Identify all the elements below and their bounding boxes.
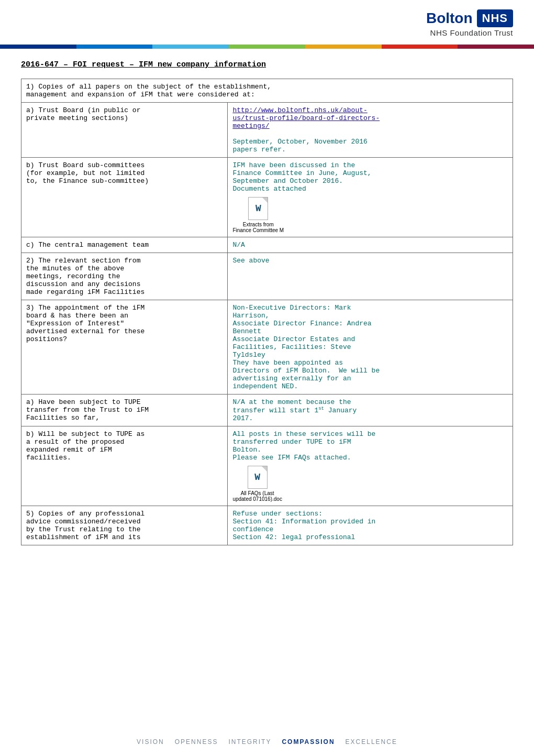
table-cell-question: b) Will be subject to TUPE asa result of… [21,426,228,506]
table-row: 1) Copies of all papers on the subject o… [21,79,513,103]
bar-segment-1 [0,45,76,49]
nhs-subtitle: NHS Foundation Trust [430,28,513,37]
word-doc-icon: W [248,197,268,220]
tupe-transfer-answer: N/A at the moment because thetransfer wi… [232,398,357,422]
bar-segment-6 [382,45,458,49]
table-row: 2) The relevant section fromthe minutes … [21,253,513,300]
table-cell-answer: IFM have been discussed in theFinance Co… [228,158,513,237]
board-meetings-text: September, October, November 2016papers … [232,138,367,154]
table-cell-answer: http://www.boltonft.nhs.uk/about-us/trus… [228,103,513,158]
footer-integrity: INTEGRITY [228,738,271,746]
bar-segment-7 [458,45,534,49]
table-row: b) Will be subject to TUPE asa result of… [21,426,513,506]
table-cell-answer: See above [228,253,513,300]
minutes-answer: See above [232,257,269,265]
table-cell-question: 2) The relevant section fromthe minutes … [21,253,228,300]
table-cell-question: b) Trust Board sub-committees(for exampl… [21,158,228,237]
foi-table: 1) Copies of all papers on the subject o… [21,79,513,545]
table-row: b) Trust Board sub-committees(for exampl… [21,158,513,237]
finance-committee-text: IFM have been discussed in theFinance Co… [232,161,371,193]
table-cell-question: 3) The appointment of the iFMboard & has… [21,300,228,395]
finance-committee-doc[interactable]: W Extracts fromFinance Committee M [232,197,284,233]
page-title: 2016-647 – FOI request – IFM new company… [21,60,513,69]
table-cell-question: c) The central management team [21,237,228,253]
table-row: 3) The appointment of the iFMboard & has… [21,300,513,395]
header: Bolton NHS NHS Foundation Trust [0,0,534,37]
table-cell-header: 1) Copies of all papers on the subject o… [21,79,513,103]
table-row: a) Trust Board (in public orprivate meet… [21,103,513,158]
appointment-answer: Non-Executive Directors: Mark Harrison, … [232,304,380,390]
tupe-subject-answer: All posts in these services will betrans… [232,430,375,462]
nhs-badge: NHS [477,9,513,27]
color-bar [0,45,534,49]
table-row: c) The central management team N/A [21,237,513,253]
table-cell-answer: Refuse under sections:Section 41: Inform… [228,506,513,545]
footer-excellence: EXCELLENCE [346,738,397,746]
table-cell-answer: All posts in these services will betrans… [228,426,513,506]
bar-segment-4 [229,45,305,49]
bar-segment-2 [76,45,153,49]
word-doc-icon-2: W [248,466,268,489]
faqs-doc[interactable]: W All FAQs (Lastupdated 071016).doc [232,466,282,502]
table-cell-question: a) Trust Board (in public orprivate meet… [21,103,228,158]
footer-openness: OPENNESS [175,738,218,746]
doc-icon-label: Extracts fromFinance Committee M [232,222,284,233]
faqs-doc-label: All FAQs (Lastupdated 071016).doc [232,490,282,502]
footer-compassion: COMPASSION [282,738,335,746]
bar-segment-5 [305,45,382,49]
central-mgmt-answer: N/A [232,241,244,249]
table-cell-answer: Non-Executive Directors: Mark Harrison, … [228,300,513,395]
footer: VISION OPENNESS INTEGRITY COMPASSION EXC… [0,738,534,746]
table-cell-question: a) Have been subject to TUPEtransfer fro… [21,395,228,426]
logo: Bolton NHS [426,9,513,27]
table-row: 5) Copies of any professionaladvice comm… [21,506,513,545]
board-meetings-link[interactable]: http://www.boltonft.nhs.uk/about-us/trus… [232,106,380,130]
bar-segment-3 [152,45,229,49]
main-content: 2016-647 – FOI request – IFM new company… [0,49,534,556]
table-row: a) Have been subject to TUPEtransfer fro… [21,395,513,426]
table-cell-question: 5) Copies of any professionaladvice comm… [21,506,228,545]
professional-advice-answer: Refuse under sections:Section 41: Inform… [232,510,375,541]
footer-vision: VISION [137,738,164,746]
bolton-text: Bolton [426,10,473,27]
table-cell-answer: N/A at the moment because thetransfer wi… [228,395,513,426]
table-cell-answer: N/A [228,237,513,253]
